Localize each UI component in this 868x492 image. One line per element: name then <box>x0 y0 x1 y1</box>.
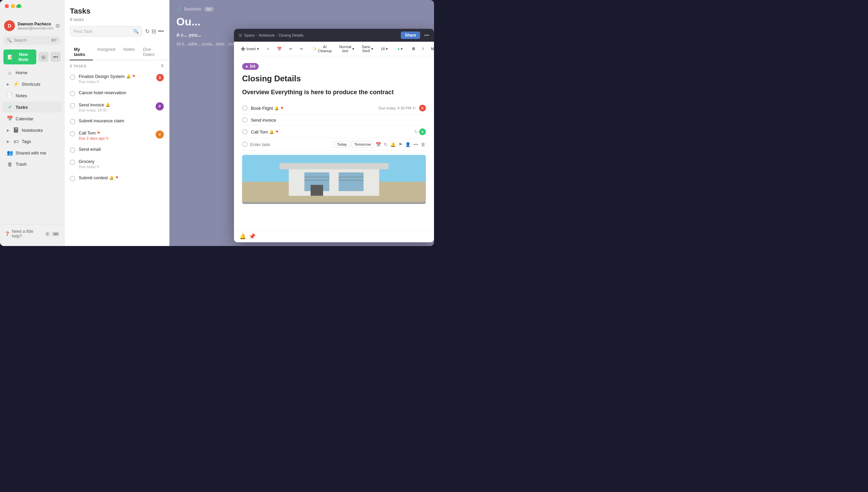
table-row[interactable]: Submit contest 🔔 ⚑ <box>64 172 169 184</box>
task-name: Send invoice <box>251 118 426 123</box>
refresh-icon[interactable]: ↻ <box>145 28 150 35</box>
list-item[interactable]: Book Flight 🔔 ⚑ Due today, 4:30 PM ↻ D <box>242 102 426 115</box>
back-icon[interactable]: ‹ <box>16 3 17 9</box>
delete-icon[interactable]: 🗑 <box>420 141 426 148</box>
check-icon[interactable]: ✓ <box>264 45 272 53</box>
size-selector[interactable]: 16 ▾ <box>378 45 391 53</box>
list-item[interactable]: Send invoice <box>242 115 426 126</box>
tab-due-dates[interactable]: Due Dates <box>139 44 164 60</box>
refresh-icon[interactable]: ↻ <box>383 141 388 148</box>
table-row[interactable]: Submit insurance claim <box>64 115 169 127</box>
pin-bottom-icon[interactable]: 📌 <box>249 233 256 240</box>
bell-icon[interactable]: 🔔 <box>390 141 396 148</box>
task-input-actions: Today Tomorrow 📅 ↻ 🔔 ⚑ 👤 ••• 🗑 <box>334 141 426 148</box>
new-note-button[interactable]: 📝 New Note <box>3 49 36 64</box>
task-checkbox[interactable] <box>70 103 75 108</box>
task-checkbox[interactable] <box>70 160 75 165</box>
sidebar-item-tasks[interactable]: ✓ Tasks <box>2 102 62 112</box>
forward-icon[interactable]: › <box>21 3 22 9</box>
table-row[interactable]: Call Tom ⚑ Due 2 days ago ↻ V <box>64 127 169 144</box>
calendar-icon[interactable]: 📅 <box>375 141 382 148</box>
sidebar-item-calendar[interactable]: 📅 Calendar <box>2 113 62 124</box>
task-assignee-avatar: D <box>419 105 426 111</box>
breadcrumb-space[interactable]: Space <box>244 33 255 37</box>
tab-my-tasks[interactable]: My tasks <box>70 44 93 60</box>
trash-icon: 🗑 <box>7 161 13 167</box>
sidebar-item-shortcuts[interactable]: ▶ ⚡ Shortcuts <box>2 79 62 89</box>
close-button[interactable] <box>5 4 9 8</box>
task-checkbox[interactable] <box>70 119 75 124</box>
tomorrow-button[interactable]: Tomorrow <box>351 141 374 148</box>
chevron-down-icon: ▾ <box>352 47 354 51</box>
table-row[interactable]: Finalize Design System 🔔 ⚑ Due today ↻ D <box>64 71 169 87</box>
search-bar[interactable]: 🔍 Search ⌘F <box>3 36 61 45</box>
enter-task-input[interactable] <box>250 142 331 147</box>
task-checkbox[interactable] <box>70 176 75 181</box>
sidebar-item-shared[interactable]: 👥 Shared with me <box>2 147 62 158</box>
tags-icon: 🏷 <box>13 139 19 144</box>
home-icon: ⌂ <box>7 70 13 76</box>
more-options-button[interactable]: ••• <box>51 52 61 62</box>
progress-badge: ● 3/4 <box>242 63 259 70</box>
help-item[interactable]: ❓ Need a little help? 6 ⌨ <box>3 228 61 240</box>
find-task-input[interactable]: Find Task 🔍 <box>70 26 142 37</box>
tab-notes[interactable]: Notes <box>119 44 139 60</box>
notes-icon: 📄 <box>7 93 13 99</box>
minimize-button[interactable] <box>11 4 15 8</box>
breadcrumb-page[interactable]: Closing Details <box>279 33 303 37</box>
table-row[interactable]: Send Invoice 🔔 Due today, 18:00 P <box>64 99 169 115</box>
more-icon[interactable]: ••• <box>413 141 419 148</box>
italic-button[interactable]: I <box>420 45 426 52</box>
search-icon: 🔍 <box>133 29 139 34</box>
task-checkbox[interactable] <box>242 117 248 123</box>
nav-buttons: ‹ › <box>16 3 23 9</box>
shortcuts-button[interactable]: ◎ <box>38 52 48 62</box>
sidebar-item-trash[interactable]: 🗑 Trash <box>2 159 62 169</box>
sort-icon[interactable]: ⇅ <box>161 64 164 68</box>
note-editor-background: 🟩 Space › Notebook › Outdoor Living Spac… <box>170 0 434 246</box>
table-row[interactable]: Send email <box>64 144 169 156</box>
more-icon[interactable]: ••• <box>158 28 164 35</box>
settings-icon[interactable]: ⚙ <box>55 23 60 29</box>
ai-cleanup-button[interactable]: ✨ AI Cleanup <box>310 43 335 54</box>
task-checkbox[interactable] <box>70 147 75 153</box>
task-checkbox[interactable] <box>242 142 248 147</box>
color-button[interactable]: ● ▾ <box>395 45 406 53</box>
flag-icon: ⚑ <box>115 176 119 180</box>
filter-icon[interactable]: ⊟ <box>152 28 156 35</box>
today-button[interactable]: Today <box>334 141 350 148</box>
bold-button[interactable]: B <box>410 45 418 52</box>
overlay-more-icon[interactable]: ••• <box>424 33 429 38</box>
calendar-icon[interactable]: 📅 <box>274 45 284 53</box>
bell-bottom-icon[interactable]: 🔔 <box>239 233 246 240</box>
font-selector[interactable]: Sans Serif ▾ <box>359 43 376 54</box>
task-checkbox[interactable] <box>242 105 248 111</box>
sidebar-item-home[interactable]: ⌂ Home <box>2 67 62 78</box>
task-content: Send email <box>79 147 164 152</box>
task-checkbox[interactable] <box>70 91 75 96</box>
task-checkbox[interactable] <box>70 131 75 137</box>
table-row[interactable]: Cancel hotel reservation <box>64 87 169 99</box>
search-icon: 🔍 <box>7 38 12 43</box>
table-row[interactable]: Grocery Due today ↻ <box>64 156 169 172</box>
insert-button[interactable]: ➕ Insert ▾ <box>238 45 262 53</box>
redo-icon[interactable]: ↪ <box>297 45 305 53</box>
note-main-title: Ou... <box>176 16 427 28</box>
overlay-share-button[interactable]: Share <box>401 32 420 39</box>
clock-icon: ↻ <box>413 106 416 110</box>
more-formatting-button[interactable]: More ▾ <box>428 45 434 53</box>
user-info[interactable]: D Dawson Pacheco dawson@evernote.com <box>4 20 53 31</box>
list-item[interactable]: Call Tom 🔔 ⚑ ↻ G <box>242 126 426 138</box>
progress-icon: ● <box>245 64 248 69</box>
task-checkbox[interactable] <box>242 129 248 135</box>
format-selector[interactable]: Normal text ▾ <box>337 43 357 54</box>
flag-icon[interactable]: ⚑ <box>398 141 403 148</box>
breadcrumb-notebook[interactable]: Notebook <box>259 33 275 37</box>
undo-icon[interactable]: ↩ <box>287 45 295 53</box>
person-icon[interactable]: 👤 <box>405 141 411 148</box>
sidebar-item-notes[interactable]: 📄 Notes <box>2 90 62 101</box>
sidebar-item-notebooks[interactable]: ▶ 📓 Notebooks <box>2 125 62 136</box>
tab-assigned[interactable]: Assigned <box>93 44 119 60</box>
sidebar-item-tags[interactable]: ▶ 🏷 Tags <box>2 136 62 147</box>
task-checkbox[interactable] <box>70 75 75 80</box>
